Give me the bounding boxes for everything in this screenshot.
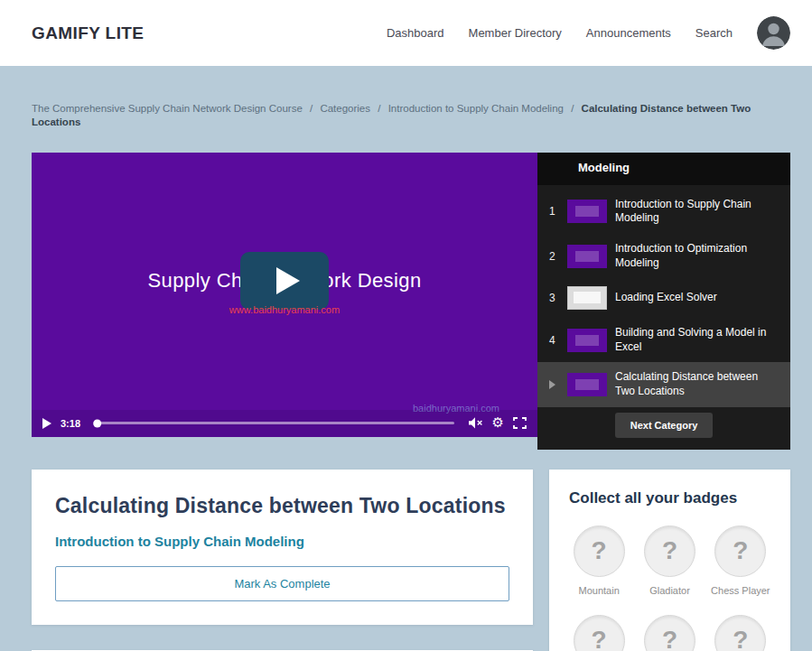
settings-icon[interactable]: ⚙ — [492, 416, 504, 430]
breadcrumb-category[interactable]: Introduction to Supply Chain Modeling — [388, 103, 564, 114]
play-icon[interactable] — [42, 418, 51, 429]
now-playing-icon — [549, 380, 559, 389]
media-row: Supply Chain Network Design www.baidhury… — [32, 153, 790, 450]
video-watermark-center: www.baidhuryamani.com — [32, 304, 537, 315]
badge-grid: ? Mountain ? Gladiator ? Chess Player ? … — [564, 525, 776, 651]
person-icon — [757, 16, 790, 50]
playlist-item-number: 1 — [549, 205, 559, 218]
playlist-item-title: Loading Excel Solver — [615, 291, 717, 305]
playlist-item-thumbnail — [567, 245, 607, 268]
playlist-items: 1 Introduction to Supply Chain Modeling … — [537, 185, 790, 407]
playlist-header: Modeling — [537, 153, 790, 185]
breadcrumb-separator: / — [310, 103, 313, 114]
playlist-item-number: 2 — [549, 250, 559, 263]
badge-placeholder-icon: ? — [714, 615, 766, 651]
badge-placeholder-icon: ? — [714, 525, 766, 577]
playlist-item-number: 4 — [549, 334, 559, 347]
main-nav: Dashboard Member Directory Announcements… — [387, 16, 790, 50]
nav-announcements[interactable]: Announcements — [586, 26, 671, 40]
video-player[interactable]: Supply Chain Network Design www.baidhury… — [32, 153, 537, 437]
mark-as-complete-button[interactable]: Mark As Complete — [55, 566, 509, 601]
playlist-item-5-active[interactable]: Calculating Distance between Two Locatio… — [537, 362, 790, 406]
header: GAMIFY LITE Dashboard Member Directory A… — [0, 0, 812, 66]
playlist-item-thumbnail — [567, 373, 607, 396]
progress-handle[interactable] — [93, 419, 101, 427]
nav-member-directory[interactable]: Member Directory — [469, 26, 562, 40]
progress-bar[interactable] — [95, 422, 454, 424]
breadcrumb-categories[interactable]: Categories — [320, 103, 370, 114]
play-triangle-icon — [276, 267, 300, 294]
badges-title: Collect all your badges — [569, 489, 776, 507]
badge-label: Mountain — [579, 585, 620, 597]
lesson-column: Calculating Distance between Two Locatio… — [32, 470, 533, 651]
nav-search[interactable]: Search — [695, 26, 733, 40]
badge-gladiator: ? Gladiator — [634, 525, 705, 597]
playlist-item-title: Building and Solving a Model in Excel — [615, 326, 779, 354]
mute-icon[interactable] — [469, 417, 483, 429]
playlist-item-2[interactable]: 2 Introduction to Optimization Modeling — [537, 234, 790, 278]
breadcrumb-separator: / — [378, 103, 380, 114]
badges-card: Collect all your badges ? Mountain ? Gla… — [549, 470, 790, 651]
playlist-item-number: 3 — [549, 292, 559, 304]
badge-placeholder-icon: ? — [644, 615, 695, 651]
playlist-item-4[interactable]: 4 Building and Solving a Model in Excel — [537, 318, 790, 362]
playlist-item-3[interactable]: 3 Loading Excel Solver — [537, 278, 790, 318]
next-category-button[interactable]: Next Category — [615, 413, 714, 438]
fullscreen-icon[interactable] — [513, 417, 527, 429]
badge-6: ? — [705, 615, 776, 651]
breadcrumb-course[interactable]: The Comprehensive Supply Chain Network D… — [32, 103, 303, 114]
video-duration: 3:18 — [61, 418, 80, 429]
badge-5: ? — [634, 615, 705, 651]
badge-placeholder-icon: ? — [644, 525, 695, 577]
playlist-panel: Modeling 1 Introduction to Supply Chain … — [537, 153, 790, 450]
playlist-item-title: Calculating Distance between Two Locatio… — [615, 370, 779, 398]
lesson-title: Calculating Distance between Two Locatio… — [55, 494, 509, 518]
playlist-item-thumbnail — [567, 286, 607, 310]
site-logo[interactable]: GAMIFY LITE — [32, 23, 144, 43]
playlist-item-title: Introduction to Supply Chain Modeling — [615, 198, 779, 226]
badge-placeholder-icon: ? — [574, 615, 625, 651]
badge-label: Gladiator — [649, 585, 690, 597]
badge-placeholder-icon: ? — [574, 525, 625, 577]
badge-4: ? — [564, 615, 634, 651]
video-controls: 3:18 ⚙ — [32, 410, 537, 437]
user-avatar[interactable] — [757, 16, 790, 50]
content-row: Calculating Distance between Two Locatio… — [32, 470, 790, 651]
breadcrumb-separator: / — [571, 103, 574, 114]
playlist-item-1[interactable]: 1 Introduction to Supply Chain Modeling — [537, 190, 790, 234]
lesson-card: Calculating Distance between Two Locatio… — [32, 470, 533, 625]
page: GAMIFY LITE Dashboard Member Directory A… — [0, 0, 812, 651]
nav-dashboard[interactable]: Dashboard — [387, 26, 444, 40]
badge-mountain: ? Mountain — [564, 525, 634, 597]
lesson-category-link[interactable]: Introduction to Supply Chain Modeling — [55, 534, 509, 549]
playlist-item-thumbnail — [567, 329, 607, 352]
big-play-button[interactable] — [240, 252, 329, 310]
badge-label: Chess Player — [711, 585, 770, 597]
playlist-item-title: Introduction to Optimization Modeling — [615, 242, 779, 270]
badge-chess-player: ? Chess Player — [705, 525, 776, 597]
breadcrumb: The Comprehensive Supply Chain Network D… — [0, 66, 812, 153]
playlist-item-thumbnail — [567, 200, 607, 223]
